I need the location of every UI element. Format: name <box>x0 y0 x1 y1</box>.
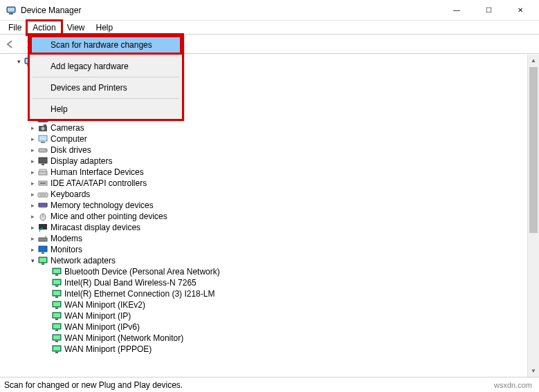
minimize-button[interactable]: — <box>441 0 473 21</box>
expand-icon[interactable]: ▾ <box>14 56 24 67</box>
modem-icon <box>37 233 48 244</box>
title-bar: Device Manager — ☐ ✕ <box>0 0 539 21</box>
node-label: Modems <box>51 233 82 244</box>
device-wan-netmon[interactable]: WAN Miniport (Network Monitor) <box>3 333 527 344</box>
expand-icon[interactable]: ▸ <box>28 189 37 200</box>
app-icon <box>6 5 17 16</box>
expand-icon[interactable]: ▸ <box>28 211 37 222</box>
network-icon <box>51 288 62 299</box>
mouse-icon <box>37 211 48 222</box>
network-icon <box>37 255 48 266</box>
menu-separator <box>33 55 179 56</box>
scroll-down-button[interactable]: ▼ <box>528 365 539 377</box>
menuitem-devices-and-printers[interactable]: Devices and Printers <box>31 80 181 96</box>
menu-view[interactable]: View <box>62 21 91 35</box>
expand-icon[interactable]: ▸ <box>28 244 37 255</box>
menu-separator <box>33 77 179 77</box>
collapse-icon[interactable]: ▾ <box>28 255 37 266</box>
device-wan-ip[interactable]: WAN Miniport (IP) <box>3 310 527 321</box>
computer-icon <box>37 133 48 144</box>
menuitem-add-legacy[interactable]: Add legacy hardware <box>31 58 181 75</box>
device-wan-ikev2[interactable]: WAN Miniport (IKEv2) <box>3 299 527 310</box>
expand-icon[interactable]: ▸ <box>28 233 37 244</box>
category-display-adapters[interactable]: ▸ Display adapters <box>3 156 527 167</box>
expand-icon[interactable]: ▸ <box>28 122 37 133</box>
node-label: Network adapters <box>51 255 116 266</box>
ide-icon <box>37 178 48 189</box>
expand-icon[interactable]: ▸ <box>28 133 37 144</box>
hid-icon <box>37 167 48 178</box>
expand-icon[interactable]: ▸ <box>28 222 37 233</box>
menuitem-help[interactable]: Help <box>31 101 181 118</box>
expand-icon[interactable]: ▸ <box>28 156 37 167</box>
menuitem-scan-hardware[interactable]: Scan for hardware changes <box>31 37 181 53</box>
node-label: Mice and other pointing devices <box>51 211 167 222</box>
category-cameras[interactable]: ▸ Cameras <box>3 122 527 133</box>
menu-help[interactable]: Help <box>91 21 119 35</box>
network-icon <box>51 266 62 277</box>
node-label: Miracast display devices <box>51 222 140 233</box>
category-mice[interactable]: ▸ Mice and other pointing devices <box>3 211 527 222</box>
node-label: Bluetooth Device (Personal Area Network) <box>64 266 220 277</box>
category-ide[interactable]: ▸ IDE ATA/ATAPI controllers <box>3 178 527 189</box>
node-label: WAN Miniport (Network Monitor) <box>64 333 183 344</box>
miracast-icon <box>37 222 48 233</box>
status-text: Scan for changed or new Plug and Play de… <box>4 380 183 390</box>
node-label: WAN Miniport (IKEv2) <box>64 299 145 310</box>
node-label: Display adapters <box>51 156 112 167</box>
category-hid[interactable]: ▸ Human Interface Devices <box>3 167 527 178</box>
network-icon <box>51 321 62 333</box>
menu-action[interactable]: Action <box>27 21 61 35</box>
category-computer[interactable]: ▸ Computer <box>3 133 527 144</box>
disk-icon <box>37 144 48 156</box>
menu-file[interactable]: File <box>3 21 27 35</box>
node-label: WAN Miniport (IP) <box>64 310 131 321</box>
scroll-thumb[interactable] <box>529 67 538 233</box>
node-label: Memory technology devices <box>51 200 154 211</box>
node-label: Human Interface Devices <box>51 167 144 178</box>
toolbar-back-button[interactable] <box>2 36 19 53</box>
node-label: Intel(R) Dual Band Wireless-N 7265 <box>64 277 197 288</box>
node-label: WAN Miniport (PPPOE) <box>64 344 152 355</box>
network-icon <box>51 277 62 288</box>
category-miracast[interactable]: ▸ Miracast display devices <box>3 222 527 233</box>
category-network-adapters[interactable]: ▾ Network adapters <box>3 255 527 266</box>
vertical-scrollbar[interactable]: ▲ ▼ <box>527 55 539 377</box>
expand-icon[interactable]: ▸ <box>28 200 37 211</box>
device-wan-ipv6[interactable]: WAN Miniport (IPv6) <box>3 321 527 333</box>
window-title: Device Manager <box>21 6 81 15</box>
device-bt-pan[interactable]: Bluetooth Device (Personal Area Network) <box>3 266 527 277</box>
node-label: WAN Miniport (IPv6) <box>64 321 140 333</box>
category-memory-tech[interactable]: ▸ Memory technology devices <box>3 200 527 211</box>
network-icon <box>51 310 62 321</box>
watermark: wsxdn.com <box>494 381 532 389</box>
expand-icon[interactable]: ▸ <box>28 167 37 178</box>
camera-icon <box>37 122 48 133</box>
device-intel-ethernet[interactable]: Intel(R) Ethernet Connection (3) I218-LM <box>3 288 527 299</box>
action-menu-dropdown: Scan for hardware changes Add legacy har… <box>29 35 183 120</box>
node-label: IDE ATA/ATAPI controllers <box>51 178 147 189</box>
network-icon <box>51 333 62 344</box>
node-label: Cameras <box>51 122 84 133</box>
close-button[interactable]: ✕ <box>504 0 536 21</box>
node-label: Monitors <box>51 244 82 255</box>
menu-bar: File Action View Help <box>0 21 539 35</box>
category-disk-drives[interactable]: ▸ Disk drives <box>3 144 527 156</box>
expand-icon[interactable]: ▸ <box>28 144 37 156</box>
network-icon <box>51 344 62 355</box>
category-keyboards[interactable]: ▸ Keyboards <box>3 189 527 200</box>
menu-separator <box>33 98 179 99</box>
expand-icon[interactable]: ▸ <box>28 178 37 189</box>
device-wan-pppoe[interactable]: WAN Miniport (PPPOE) <box>3 344 527 355</box>
node-label: Intel(R) Ethernet Connection (3) I218-LM <box>64 288 214 299</box>
status-bar: Scan for changed or new Plug and Play de… <box>0 377 539 392</box>
device-intel-wireless[interactable]: Intel(R) Dual Band Wireless-N 7265 <box>3 277 527 288</box>
maximize-button[interactable]: ☐ <box>473 0 504 21</box>
network-icon <box>51 299 62 310</box>
scroll-up-button[interactable]: ▲ <box>528 55 539 66</box>
category-monitors[interactable]: ▸ Monitors <box>3 244 527 255</box>
category-modems[interactable]: ▸ Modems <box>3 233 527 244</box>
node-label: Disk drives <box>51 144 91 156</box>
keyboard-icon <box>37 189 48 200</box>
monitor-icon <box>37 244 48 255</box>
